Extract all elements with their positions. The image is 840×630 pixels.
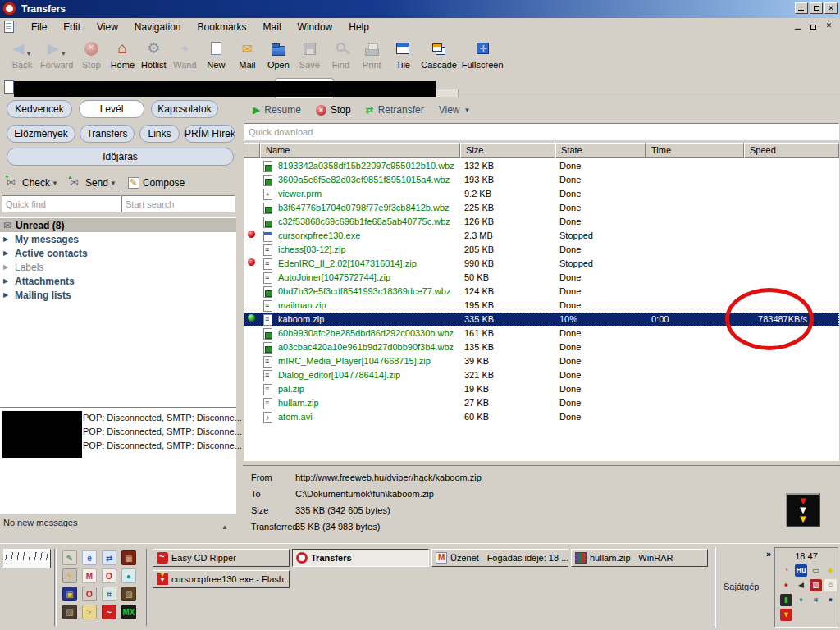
transfer-row[interactable]: pal.zip19 KBDone — [244, 382, 839, 396]
display-icon[interactable]: ▨ — [810, 579, 822, 591]
tree-item[interactable]: ▶Mailing lists — [0, 288, 236, 302]
menu-navigation[interactable]: Navigation — [126, 18, 189, 36]
swoosh-icon[interactable]: ~ — [102, 605, 116, 619]
fullscreen-button[interactable]: Fullscreen — [462, 38, 504, 70]
restore-button[interactable] — [810, 2, 823, 14]
retransfer-button[interactable]: Retransfer — [378, 104, 424, 116]
expand-arrow-icon[interactable]: ▶ — [3, 263, 11, 271]
send-dropdown-icon[interactable]: ▼ — [110, 180, 116, 187]
cat-icon[interactable]: ☺ — [824, 579, 837, 591]
open-button[interactable]: Open — [265, 38, 291, 70]
dropdown-caret-icon[interactable]: ▼ — [61, 51, 66, 59]
compose-button[interactable]: Compose — [143, 177, 185, 189]
forward-button[interactable]: ▼Forward — [40, 38, 73, 70]
expand-arrow-icon[interactable]: ▶ — [3, 235, 11, 243]
transfer-row[interactable]: Dialog_editor[1047786414].zip321 KBDone — [244, 368, 839, 382]
panel-tab-levél[interactable]: Levél — [79, 100, 144, 118]
spheres-icon[interactable]: ● — [121, 568, 136, 583]
flashget-tray-icon[interactable]: ▼ — [780, 609, 792, 621]
diamond-icon[interactable]: ◆ — [824, 564, 837, 577]
meter-icon[interactable]: ▮ — [780, 594, 792, 606]
mdi-close-button[interactable]: ✕ — [823, 21, 835, 32]
notes-shortcut-icon[interactable]: ✎ — [62, 550, 77, 565]
mdi-minimize-button[interactable]: ▁ — [792, 21, 804, 32]
resume-button[interactable]: Resume — [264, 104, 301, 116]
column-header-time[interactable]: Time — [646, 143, 744, 158]
tree-item[interactable]: ▶Attachments — [0, 274, 236, 288]
mdi-restore-button[interactable] — [807, 21, 819, 32]
transfer-row[interactable]: AutoJoiner[1047572744].zip50 KBDone — [244, 271, 839, 285]
network-tray-icon[interactable]: ⌗ — [810, 594, 822, 606]
expand-arrow-icon[interactable]: ▶ — [3, 249, 11, 257]
dropdown-caret-icon[interactable]: ▼ — [25, 51, 31, 59]
home-button[interactable]: Home — [109, 38, 135, 70]
transfer-row[interactable]: hullam.zip27 KBDone — [244, 396, 839, 410]
hu-language-icon[interactable]: Hu — [795, 564, 807, 577]
opera-alt-icon[interactable]: O — [82, 587, 97, 601]
view-dropdown-icon[interactable]: ▼ — [464, 107, 471, 114]
column-header-state[interactable]: State — [555, 143, 646, 158]
menu-help[interactable]: Help — [340, 18, 377, 36]
menu-mail[interactable]: Mail — [255, 18, 290, 36]
network-computers-icon[interactable]: ⌗ — [102, 587, 116, 601]
cascade-button[interactable]: Cascade — [421, 38, 456, 70]
opera-icon[interactable]: O — [102, 568, 116, 583]
hand-icon[interactable]: ☞ — [82, 605, 97, 619]
chevron-icon[interactable]: » — [766, 549, 771, 559]
column-header-speed[interactable]: Speed — [744, 143, 839, 158]
weather-button[interactable]: Időjárás — [7, 148, 234, 166]
close-button[interactable]: ✕ — [824, 2, 838, 14]
task-button-3[interactable]: Üzenet - Fogadás ideje: 18 ... — [431, 549, 568, 567]
photo-icon[interactable]: ▨ — [121, 587, 136, 601]
check-dropdown-icon[interactable]: ▼ — [52, 180, 58, 187]
start-search-input[interactable] — [121, 195, 235, 212]
photo-alt-icon[interactable]: ▨ — [62, 605, 77, 619]
task-button-1[interactable]: Easy CD Ripper — [153, 549, 290, 567]
menu-edit[interactable]: Edit — [55, 18, 89, 36]
hotlist-button[interactable]: Hotlist — [140, 38, 167, 70]
minimize-button[interactable] — [795, 2, 808, 14]
section-tab-links[interactable]: Links — [139, 125, 180, 143]
mouse-icon[interactable]: ▭ — [810, 564, 822, 577]
transfer-row[interactable]: 60b9930afc2be285dbd86d292c00330b.wbz161 … — [244, 326, 839, 340]
start-button-redacted[interactable] — [3, 549, 51, 568]
print-button[interactable]: Print — [358, 38, 385, 70]
scheduler-icon[interactable]: ◔ — [780, 564, 792, 577]
column-header-name[interactable]: Name — [260, 143, 460, 158]
m-logo-icon[interactable]: M — [82, 568, 97, 583]
task-button-4[interactable]: hullam.zip - WinRAR — [571, 549, 708, 567]
quick-find-input[interactable] — [2, 195, 121, 212]
transfer-row[interactable]: viewer.prm9.2 KBDone — [244, 187, 839, 201]
menu-window[interactable]: Window — [290, 18, 341, 36]
antivirus-ball-icon[interactable]: ● — [780, 579, 792, 591]
collapse-arrow-icon[interactable]: ▲ — [221, 519, 228, 536]
transfer-row[interactable]: 3609a5e6f5e82d03ef9851f8951015a4.wbz193 … — [244, 173, 839, 187]
transfer-row[interactable]: cursorxpfree130.exe2.3 MBStopped — [244, 229, 839, 243]
menu-view[interactable]: View — [89, 18, 126, 36]
stop-button[interactable]: Stop — [331, 104, 351, 116]
transfer-row[interactable]: mailman.zip195 KBDone — [244, 299, 839, 313]
section-tab-előzmények[interactable]: Előzmények — [7, 125, 75, 143]
mx-icon[interactable]: MX — [121, 605, 136, 619]
globe-icon[interactable]: ● — [795, 594, 807, 606]
transfer-row[interactable]: c32f53868c69c696b1fe68a5ab40775c.wbz126 … — [244, 215, 839, 229]
blue-circle-icon[interactable]: ● — [824, 594, 837, 606]
expand-arrow-icon[interactable]: ▶ — [3, 277, 11, 285]
task-button-5[interactable]: cursorxpfree130.exe - Flash... — [153, 570, 290, 588]
find-button[interactable]: Find — [327, 38, 354, 70]
media-player-icon[interactable]: ▣ — [62, 587, 77, 601]
section-tab-transfers[interactable]: Transfers — [80, 125, 135, 143]
desktop-toolbar-label[interactable]: Sajátgép — [724, 582, 759, 591]
quick-download-input[interactable] — [244, 123, 839, 140]
expand-arrow-icon[interactable]: ▶ — [3, 291, 11, 299]
internet-explorer-icon[interactable]: e — [82, 550, 97, 565]
volume-icon[interactable]: ◀ — [795, 579, 807, 591]
tree-item[interactable]: ▶Labels — [0, 260, 236, 274]
section-tab-prím-hírek[interactable]: PRÍM Hírek — [184, 125, 235, 143]
transfer-row[interactable]: 0bd7b32e5f3cdf8541993c18369dce77.wbz124 … — [244, 285, 839, 299]
transfer-row[interactable]: EdenIRC_II_2.02[1047316014].zip990 KBSto… — [244, 257, 839, 271]
new-button[interactable]: New — [203, 38, 229, 70]
menu-file[interactable]: File — [23, 18, 55, 36]
transfer-row[interactable]: b3f64776b1704d0798f77e9f3cb8412b.wbz225 … — [244, 201, 839, 215]
send-mail-button[interactable]: Send — [85, 177, 108, 189]
